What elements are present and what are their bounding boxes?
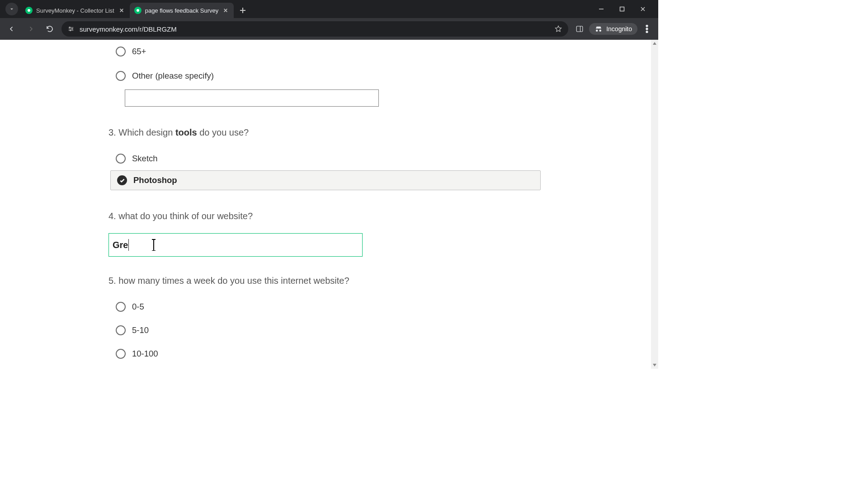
q5-option-0-5[interactable]: 0-5 (116, 298, 541, 316)
q3-option-sketch[interactable]: Sketch (116, 150, 541, 168)
radio-icon[interactable] (116, 302, 126, 312)
window-controls (595, 0, 655, 18)
chrome-menu-button[interactable] (640, 22, 654, 36)
tab-title: page flows feedback Survey (145, 7, 219, 14)
q3-suffix: do you use? (197, 127, 249, 137)
q5-option-5-10[interactable]: 5-10 (116, 321, 541, 339)
option-label: 10-100 (132, 349, 158, 359)
svg-point-6 (646, 28, 648, 30)
option-label: 0-5 (132, 302, 144, 312)
radio-checked-icon[interactable] (117, 175, 127, 185)
q3-title: 3. Which design tools do you use? (108, 127, 541, 138)
plus-icon (240, 7, 246, 14)
arrow-right-icon (27, 25, 35, 33)
favicon-icon (134, 7, 142, 14)
incognito-indicator[interactable]: Incognito (589, 23, 637, 35)
forward-button[interactable] (24, 22, 38, 36)
option-label: Sketch (132, 154, 158, 164)
q4-input-value: Gre (113, 240, 128, 250)
tab-surveymonkey-collector[interactable]: SurveyMonkey - Collector List (21, 3, 130, 18)
vertical-scrollbar[interactable] (651, 40, 658, 369)
chevron-down-icon (9, 6, 15, 12)
tab-title: SurveyMonkey - Collector List (36, 7, 114, 14)
site-settings-icon[interactable] (67, 25, 75, 33)
q4-text-input[interactable]: Gre (108, 233, 363, 257)
panel-icon (576, 25, 584, 33)
svg-point-2 (71, 28, 73, 30)
text-cursor-icon (153, 239, 154, 251)
option-label: Photoshop (133, 175, 177, 185)
option-label: 5-10 (132, 325, 149, 335)
svg-point-5 (646, 25, 648, 27)
radio-icon[interactable] (116, 349, 126, 359)
window-minimize-button[interactable] (595, 3, 608, 15)
favicon-icon (25, 7, 33, 14)
svg-point-7 (646, 31, 648, 33)
text-caret (128, 239, 129, 251)
q5-option-10-100[interactable]: 10-100 (116, 345, 541, 363)
q2-options-tail: 65+ Other (please specify) (108, 42, 541, 107)
star-icon (554, 25, 562, 33)
url-text: surveymonkey.com/r/DBLRGZM (80, 25, 549, 33)
q4-title: 4. what do you think of our website? (108, 211, 541, 221)
kebab-icon (643, 25, 651, 33)
svg-rect-4 (576, 26, 583, 32)
radio-icon[interactable] (116, 71, 126, 81)
survey-form: 65+ Other (please specify) 3. Which desi… (0, 42, 658, 363)
toolbar: surveymonkey.com/r/DBLRGZM Incognito (0, 18, 658, 40)
check-icon (119, 178, 125, 183)
scroll-down-button[interactable] (651, 361, 658, 369)
tab-page-flows-survey[interactable]: page flows feedback Survey (130, 3, 234, 18)
q5-text: how many times a week do you use this in… (118, 276, 349, 286)
window-close-button[interactable] (637, 3, 649, 15)
q5-block: 5. how many times a week do you use this… (108, 276, 541, 363)
q3-block: 3. Which design tools do you use? Sketch… (108, 127, 541, 190)
radio-icon[interactable] (116, 154, 126, 164)
reload-button[interactable] (42, 22, 57, 36)
q5-number: 5. (108, 276, 116, 286)
q5-title: 5. how many times a week do you use this… (108, 276, 541, 286)
tab-bar: SurveyMonkey - Collector List page flows… (0, 0, 658, 18)
tab-search-button[interactable] (5, 3, 18, 15)
q2-other-input[interactable] (125, 89, 379, 107)
option-label: 65+ (132, 47, 146, 56)
window-maximize-button[interactable] (616, 3, 628, 15)
svg-point-1 (69, 27, 71, 28)
radio-icon[interactable] (116, 325, 126, 335)
back-button[interactable] (5, 22, 19, 36)
option-label: Other (please specify) (132, 71, 214, 81)
arrow-left-icon (8, 25, 16, 33)
q4-block: 4. what do you think of our website? Gre (108, 211, 541, 257)
q5-options: 0-5 5-10 10-100 (108, 298, 541, 363)
toolbar-right: Incognito (573, 22, 654, 36)
q2-option-65plus[interactable]: 65+ (116, 42, 541, 61)
side-panel-button[interactable] (573, 22, 586, 36)
svg-point-3 (70, 30, 71, 31)
q4-number: 4. (108, 211, 116, 221)
radio-icon[interactable] (116, 47, 126, 56)
incognito-icon (594, 25, 603, 33)
tab-close-button[interactable] (222, 7, 229, 14)
q2-option-other[interactable]: Other (please specify) (116, 67, 541, 85)
reload-icon (46, 25, 54, 33)
browser-chrome: SurveyMonkey - Collector List page flows… (0, 0, 658, 40)
address-bar[interactable]: surveymonkey.com/r/DBLRGZM (61, 21, 568, 37)
svg-rect-0 (620, 7, 624, 11)
tab-close-button[interactable] (118, 7, 125, 14)
bookmark-button[interactable] (554, 24, 563, 33)
page-viewport: 65+ Other (please specify) 3. Which desi… (0, 40, 658, 369)
new-tab-button[interactable] (236, 4, 249, 17)
scroll-up-button[interactable] (651, 40, 658, 47)
q3-bold: tools (175, 127, 197, 137)
q4-text: what do you think of our website? (118, 211, 253, 221)
q3-prefix: Which design (118, 127, 175, 137)
q3-option-photoshop[interactable]: Photoshop (110, 170, 541, 190)
incognito-label: Incognito (606, 25, 632, 33)
q3-number: 3. (108, 127, 116, 137)
